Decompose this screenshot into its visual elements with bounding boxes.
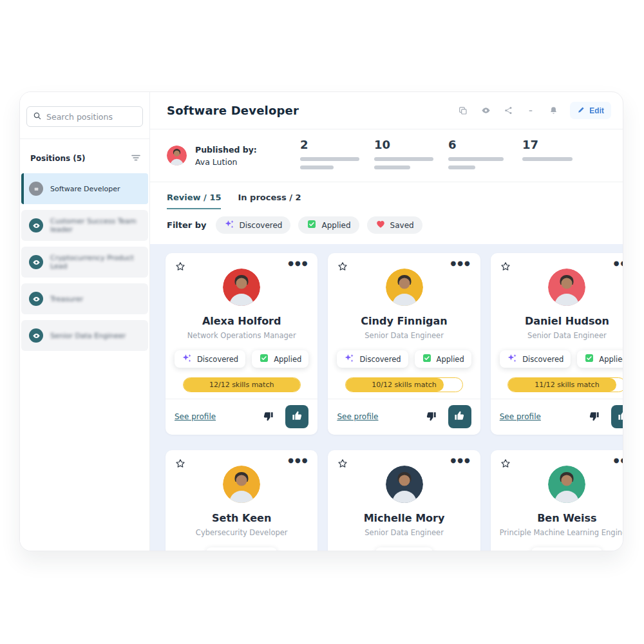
stat-value: 17 xyxy=(522,138,596,151)
edit-button[interactable]: Edit xyxy=(570,102,611,119)
candidate-card-michelle-mory: ●●●Michelle MorySenior Data EngineerAppl… xyxy=(328,450,480,551)
minus-icon[interactable] xyxy=(525,105,536,117)
filter-chips: DiscoveredAppliedSaved xyxy=(216,216,422,234)
tab-in-process-2[interactable]: In process / 2 xyxy=(238,193,301,209)
check-icon xyxy=(259,353,269,365)
filter-chip-saved[interactable]: Saved xyxy=(367,216,422,234)
candidate-badges: Discovered xyxy=(500,547,623,551)
more-options-icon[interactable]: ●●● xyxy=(614,261,623,266)
eye-icon xyxy=(29,292,43,306)
sidebar-item-customer-success-team-leader[interactable]: Customer Success Team leader xyxy=(21,210,148,241)
search-input[interactable]: Search positions xyxy=(26,106,143,127)
header-toolbar: Edit xyxy=(457,102,611,119)
star-icon[interactable] xyxy=(337,261,348,272)
stat-item: 10 xyxy=(374,138,448,174)
thumbs-down-icon[interactable] xyxy=(425,410,438,423)
stat-label-placeholder xyxy=(300,157,359,161)
candidate-name: Ben Weiss xyxy=(500,512,623,524)
page-title: Software Developer xyxy=(167,104,299,117)
see-profile-link[interactable]: See profile xyxy=(337,412,378,421)
sidebar-item-label: Treasurer xyxy=(50,295,83,303)
badge-discovered: Discovered xyxy=(206,547,277,551)
filter-chip-applied[interactable]: Applied xyxy=(298,216,359,234)
badge-label: Discovered xyxy=(197,355,238,364)
position-detail: Software Developer Edit Published by: Av… xyxy=(150,92,623,551)
check-icon xyxy=(422,353,432,365)
thumbs-up-button[interactable] xyxy=(285,405,308,428)
stat-item: 2 xyxy=(300,138,374,174)
candidate-name: Seth Keen xyxy=(175,512,308,524)
candidate-badges: Discovered xyxy=(175,547,308,551)
badge-applied: Applied xyxy=(415,350,471,368)
stat-label-placeholder xyxy=(448,166,475,169)
candidate-name: Alexa Holford xyxy=(175,315,308,327)
candidate-avatar xyxy=(548,466,585,503)
sidebar-item-treasurer[interactable]: Treasurer xyxy=(21,283,148,314)
card-footer: See profile xyxy=(491,399,623,435)
edit-label: Edit xyxy=(589,106,604,115)
chip-label: Applied xyxy=(321,221,350,230)
more-options-icon[interactable]: ●●● xyxy=(288,458,308,463)
positions-header: Positions (5) xyxy=(20,139,149,172)
sort-filter-icon[interactable] xyxy=(131,152,140,164)
more-options-icon[interactable]: ●●● xyxy=(288,261,308,266)
candidate-name: Cindy Finnigan xyxy=(337,315,471,327)
candidate-card-daniel-hudson: ●●●Daniel HudsonSenior Data EngineerDisc… xyxy=(491,253,623,435)
star-icon[interactable] xyxy=(500,261,511,272)
star-icon[interactable] xyxy=(175,261,186,272)
sparkle-icon xyxy=(182,353,193,366)
badge-label: Applied xyxy=(599,355,623,364)
thumbs-down-icon[interactable] xyxy=(262,410,275,423)
more-options-icon[interactable]: ●●● xyxy=(451,261,471,266)
positions-sidebar: Search positions Positions (5) Software … xyxy=(20,92,150,551)
positions-list: Software DeveloperCustomer Success Team … xyxy=(20,172,149,352)
more-options-icon[interactable]: ●●● xyxy=(451,458,471,463)
thumbs-up-button[interactable] xyxy=(611,405,623,428)
sidebar-item-label: Customer Success Team leader xyxy=(50,217,140,234)
badge-discovered: Discovered xyxy=(337,350,408,368)
more-options-icon[interactable]: ●●● xyxy=(614,458,623,463)
sparkle-icon xyxy=(344,353,355,366)
badge-applied: Applied xyxy=(252,350,308,368)
app-window: Search positions Positions (5) Software … xyxy=(19,91,623,551)
star-icon[interactable] xyxy=(175,458,186,469)
tab-review-15[interactable]: Review / 15 xyxy=(167,193,221,209)
heart-icon xyxy=(375,219,386,231)
see-profile-link[interactable]: See profile xyxy=(500,412,541,421)
sidebar-item-label: Senior Data Engineer xyxy=(50,332,126,340)
thumbs-up-icon xyxy=(453,410,466,424)
tabs: Review / 15In process / 2 xyxy=(150,182,623,209)
candidate-avatar xyxy=(223,269,260,306)
star-icon[interactable] xyxy=(337,458,348,469)
candidate-card-ben-weiss: ●●●Ben WeissPrinciple Machine Learning E… xyxy=(491,450,623,551)
badge-applied: Applied xyxy=(577,350,623,368)
sidebar-item-senior-data-engineer[interactable]: Senior Data Engineer xyxy=(21,320,148,351)
search-icon xyxy=(33,111,42,122)
thumbs-up-icon xyxy=(617,410,623,424)
sidebar-item-label: Cryptocurrency Product Lead xyxy=(50,254,140,270)
see-profile-link[interactable]: See profile xyxy=(175,412,216,421)
sparkle-icon xyxy=(538,550,549,551)
filter-chip-discovered[interactable]: Discovered xyxy=(216,216,291,234)
badge-label: Applied xyxy=(274,355,301,364)
copy-icon[interactable] xyxy=(457,105,469,117)
share-icon[interactable] xyxy=(502,105,514,117)
candidate-badges: DiscoveredApplied xyxy=(500,350,623,368)
badge-discovered: Discovered xyxy=(500,350,571,368)
candidate-badges: Applied xyxy=(337,547,471,551)
thumbs-up-button[interactable] xyxy=(448,405,471,428)
stat-label-placeholder xyxy=(448,157,504,161)
stat-label-placeholder xyxy=(522,157,573,161)
star-icon[interactable] xyxy=(500,458,511,469)
candidate-title: Senior Data Engineer xyxy=(337,331,471,340)
eye-icon[interactable] xyxy=(480,105,491,117)
sidebar-item-cryptocurrency-product-lead[interactable]: Cryptocurrency Product Lead xyxy=(21,247,148,278)
candidate-avatar xyxy=(223,466,260,503)
sidebar-item-software-developer[interactable]: Software Developer xyxy=(21,173,148,204)
published-stats-row: Published by: Ava Lution 210617 xyxy=(150,129,623,182)
stat-label-placeholder xyxy=(374,166,410,169)
thumbs-down-icon[interactable] xyxy=(588,410,601,423)
candidate-avatar xyxy=(548,269,585,306)
candidate-title: Cybersecurity Developer xyxy=(175,528,308,537)
bell-icon[interactable] xyxy=(547,105,559,117)
